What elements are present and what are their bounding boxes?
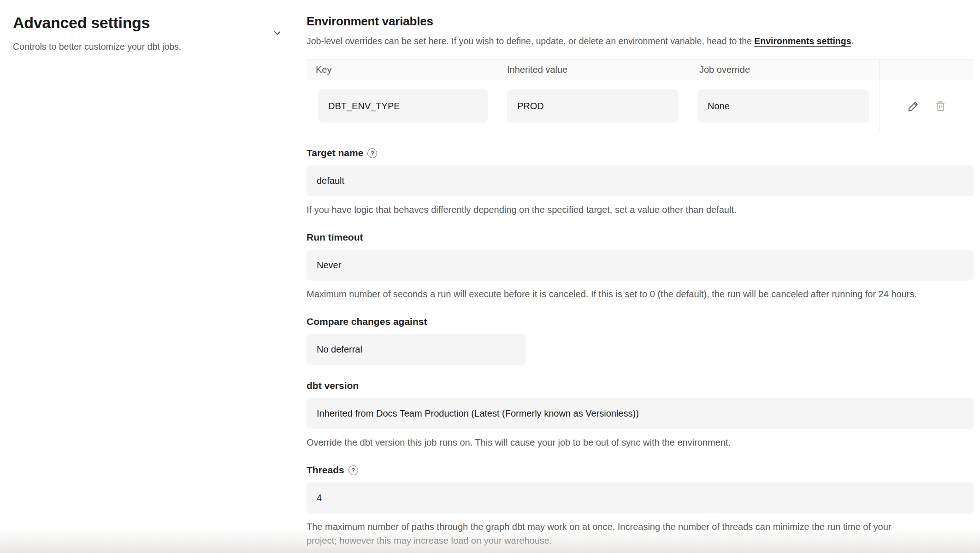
target-name-label-text: Target name xyxy=(307,147,363,159)
advanced-settings-page: Advanced settings Controls to better cus… xyxy=(0,0,980,547)
field-run-timeout: Run timeout Never Maximum number of seco… xyxy=(307,232,974,301)
collapse-section-button[interactable] xyxy=(270,26,284,40)
compare-changes-label-text: Compare changes against xyxy=(307,316,427,327)
field-target-name: Target name ? default If you have logic … xyxy=(307,147,974,217)
target-name-help: If you have logic that behaves different… xyxy=(307,203,974,217)
env-vars-table: Key Inherited value Job override DBT_ENV… xyxy=(307,59,974,132)
environments-settings-link[interactable]: Environments settings xyxy=(754,36,851,46)
column-header-key: Key xyxy=(307,59,507,80)
env-var-inherited-cell: PROD xyxy=(507,80,697,132)
env-vars-table-header: Key Inherited value Job override xyxy=(307,59,974,80)
page-subtitle: Controls to better customize your dbt jo… xyxy=(13,41,181,52)
threads-help: The maximum number of paths through the … xyxy=(307,520,897,547)
threads-input[interactable]: 4 xyxy=(307,482,974,513)
env-vars-description-text: Job-level overrides can be set here. If … xyxy=(307,36,754,46)
field-threads: Threads ? 4 The maximum number of paths … xyxy=(307,465,974,547)
env-vars-heading: Environment variables xyxy=(307,14,974,29)
page-title: Advanced settings xyxy=(13,14,181,32)
threads-label-text: Threads xyxy=(307,465,344,476)
section-intro: Advanced settings Controls to better cus… xyxy=(0,0,294,547)
delete-env-var-button[interactable] xyxy=(933,99,948,113)
run-timeout-label-text: Run timeout xyxy=(307,232,363,243)
env-var-override-cell: None xyxy=(697,80,879,132)
compare-changes-select[interactable]: No deferral xyxy=(307,334,526,365)
run-timeout-label: Run timeout xyxy=(307,232,974,243)
trash-icon xyxy=(934,100,947,112)
pencil-icon xyxy=(907,100,920,112)
section-intro-text: Advanced settings Controls to better cus… xyxy=(13,14,181,52)
advanced-settings-form: Environment variables Job-level override… xyxy=(294,0,980,547)
field-compare-changes: Compare changes against No deferral xyxy=(307,316,974,365)
column-header-actions xyxy=(879,59,974,80)
env-vars-description-period: . xyxy=(851,36,853,46)
env-var-key-value: DBT_ENV_TYPE xyxy=(318,89,488,123)
env-var-job-override-value: None xyxy=(697,89,869,123)
dbt-version-help: Override the dbt version this job runs o… xyxy=(307,435,974,449)
chevron-down-icon xyxy=(272,28,283,38)
run-timeout-input[interactable]: Never xyxy=(307,250,974,281)
env-var-actions-cell xyxy=(879,80,974,132)
env-var-key-cell: DBT_ENV_TYPE xyxy=(307,80,507,132)
compare-changes-label: Compare changes against xyxy=(307,316,974,327)
dbt-version-label-text: dbt version xyxy=(307,380,359,391)
help-circle-icon[interactable]: ? xyxy=(367,148,377,158)
env-var-table-row: DBT_ENV_TYPE PROD None xyxy=(307,80,974,132)
column-header-inherited-value: Inherited value xyxy=(507,59,697,80)
env-var-inherited-value: PROD xyxy=(507,89,679,123)
target-name-label: Target name ? xyxy=(307,147,974,159)
dbt-version-select[interactable]: Inherited from Docs Team Production (Lat… xyxy=(307,398,974,429)
column-header-job-override: Job override xyxy=(697,59,879,80)
edit-env-var-button[interactable] xyxy=(906,99,921,113)
env-vars-description: Job-level overrides can be set here. If … xyxy=(307,36,974,47)
target-name-input[interactable]: default xyxy=(307,165,974,196)
dbt-version-label: dbt version xyxy=(307,380,974,391)
threads-label: Threads ? xyxy=(307,465,974,476)
run-timeout-help: Maximum number of seconds a run will exe… xyxy=(307,287,974,301)
help-circle-icon[interactable]: ? xyxy=(348,465,358,475)
field-dbt-version: dbt version Inherited from Docs Team Pro… xyxy=(307,380,974,449)
